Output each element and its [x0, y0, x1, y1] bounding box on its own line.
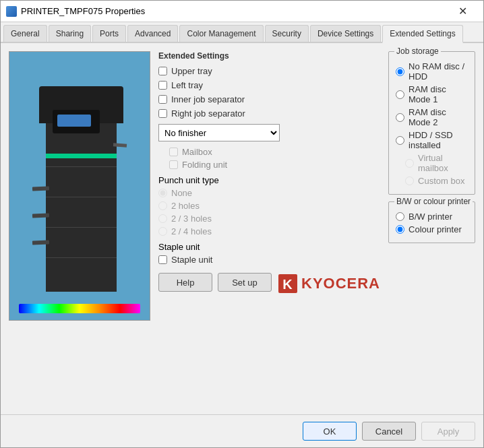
titlebar: PRINTER_TMPF075 Properties ✕	[1, 1, 483, 22]
punch-24holes-row: 2 / 4 holes	[158, 226, 380, 236]
ok-button[interactable]: OK	[303, 422, 357, 441]
colour-printer-row: Colour printer	[396, 224, 468, 234]
finisher-select[interactable]: No finisher Finisher 1 Finisher 2	[158, 124, 280, 141]
right-panel: Job storage No RAM disc / HDD RAM disc M…	[388, 51, 475, 406]
job-hdd-label: HDD / SSD installed	[409, 130, 468, 150]
tab-sharing[interactable]: Sharing	[49, 25, 91, 42]
job-custom-box-label: Custom box	[418, 176, 464, 186]
job-ram2-row: RAM disc Mode 2	[396, 107, 468, 127]
staple-unit-title: Staple unit	[158, 242, 380, 252]
punch-23holes-radio[interactable]	[158, 214, 167, 223]
bw-printer-radio[interactable]	[396, 212, 404, 221]
app-icon	[6, 6, 17, 17]
job-virtual-mailbox-radio[interactable]	[405, 159, 414, 168]
extended-settings-panel: Extended Settings Upper tray Left tray I…	[158, 51, 380, 406]
tab-color-management[interactable]: Color Management	[179, 25, 263, 42]
tab-device-settings[interactable]: Device Settings	[310, 25, 381, 42]
close-button[interactable]: ✕	[447, 1, 478, 22]
bw-colour-group: B/W or colour printer B/W printer Colour…	[388, 201, 475, 243]
inner-job-separator-checkbox[interactable]	[158, 95, 167, 104]
extended-settings-title: Extended Settings	[158, 51, 380, 61]
job-ram2-label: RAM disc Mode 2	[409, 107, 468, 127]
job-storage-group: Job storage No RAM disc / HDD RAM disc M…	[388, 51, 475, 195]
job-hdd-row: HDD / SSD installed	[396, 130, 468, 150]
punch-2holes-row: 2 holes	[158, 201, 380, 211]
kyocera-logo: K KYOCERA	[277, 273, 380, 294]
job-virtual-mailbox-row: Virtual mailbox	[405, 153, 468, 173]
tab-bar: General Sharing Ports Advanced Color Man…	[1, 22, 483, 43]
cancel-button[interactable]: Cancel	[362, 422, 416, 441]
inner-job-separator-label: Inner job separator	[171, 94, 245, 104]
punch-23holes-row: 2 / 3 holes	[158, 214, 380, 224]
job-ram1-label: RAM disc Mode 1	[409, 84, 468, 104]
left-tray-label: Left tray	[171, 80, 203, 90]
job-no-ram-radio[interactable]	[396, 67, 404, 76]
setup-button[interactable]: Set up	[218, 273, 272, 292]
color-bar	[19, 304, 140, 313]
right-job-sep-row: Right job separator	[158, 108, 380, 119]
footer: OK Cancel Apply	[1, 414, 483, 447]
staple-unit-checkbox[interactable]	[158, 255, 167, 264]
upper-tray-checkbox[interactable]	[158, 67, 167, 75]
job-no-ram-row: No RAM disc / HDD	[396, 61, 468, 82]
tab-advanced[interactable]: Advanced	[127, 25, 178, 42]
job-virtual-mailbox-label: Virtual mailbox	[418, 153, 468, 173]
punch-2holes-radio[interactable]	[158, 201, 167, 210]
bw-printer-row: B/W printer	[396, 212, 468, 222]
help-button[interactable]: Help	[158, 273, 212, 292]
kyocera-text: KYOCERA	[301, 275, 380, 292]
apply-button[interactable]: Apply	[421, 422, 475, 441]
punch-unit-title: Punch unit type	[158, 175, 380, 185]
upper-tray-row: Upper tray	[158, 66, 380, 76]
tab-ports[interactable]: Ports	[92, 25, 126, 42]
window-title: PRINTER_TMPF075 Properties	[21, 6, 447, 16]
tab-extended-settings[interactable]: Extended Settings	[382, 25, 462, 43]
punch-none-row: None	[158, 188, 380, 198]
finisher-dropdown-row: No finisher Finisher 1 Finisher 2	[158, 124, 380, 141]
colour-printer-label: Colour printer	[409, 224, 462, 234]
svg-text:K: K	[282, 277, 293, 292]
staple-unit-label: Staple unit	[171, 255, 212, 265]
printer-preview	[9, 51, 150, 321]
job-ram1-radio[interactable]	[396, 90, 404, 99]
upper-tray-label: Upper tray	[171, 66, 212, 76]
colour-printer-radio[interactable]	[396, 225, 404, 234]
tab-general[interactable]: General	[3, 25, 47, 42]
job-no-ram-label: No RAM disc / HDD	[409, 61, 468, 82]
punch-24holes-label: 2 / 4 holes	[171, 226, 212, 236]
main-window: PRINTER_TMPF075 Properties ✕ General Sha…	[0, 0, 484, 448]
punch-none-label: None	[171, 188, 192, 198]
tab-security[interactable]: Security	[265, 25, 309, 42]
left-tray-row: Left tray	[158, 80, 380, 90]
punch-none-radio[interactable]	[158, 189, 167, 197]
mailbox-row: Mailbox	[169, 147, 380, 157]
punch-23holes-label: 2 / 3 holes	[171, 214, 212, 224]
mailbox-label: Mailbox	[182, 147, 212, 157]
bw-colour-title: B/W or colour printer	[394, 197, 473, 206]
job-ram1-row: RAM disc Mode 1	[396, 84, 468, 104]
bw-printer-label: B/W printer	[409, 212, 452, 222]
folding-unit-label: Folding unit	[182, 160, 227, 170]
right-job-separator-checkbox[interactable]	[158, 109, 167, 118]
job-ram2-radio[interactable]	[396, 113, 404, 122]
content-area: Extended Settings Upper tray Left tray I…	[1, 43, 483, 414]
job-storage-title: Job storage	[394, 46, 441, 56]
folding-unit-row: Folding unit	[169, 160, 380, 170]
staple-unit-row: Staple unit	[158, 255, 380, 265]
mailbox-checkbox[interactable]	[169, 148, 178, 156]
job-custom-box-radio[interactable]	[405, 177, 414, 185]
punch-2holes-label: 2 holes	[171, 201, 200, 211]
kyocera-k-icon: K	[277, 273, 299, 294]
punch-24holes-radio[interactable]	[158, 227, 167, 236]
printer-3d-model	[29, 76, 130, 292]
left-tray-checkbox[interactable]	[158, 81, 167, 90]
job-hdd-radio[interactable]	[396, 136, 404, 145]
right-job-separator-label: Right job separator	[171, 108, 245, 119]
job-custom-box-row: Custom box	[405, 176, 468, 186]
folding-unit-checkbox[interactable]	[169, 160, 178, 169]
inner-job-sep-row: Inner job separator	[158, 94, 380, 104]
help-setup-row: Help Set up K KYOCERA	[158, 273, 380, 294]
